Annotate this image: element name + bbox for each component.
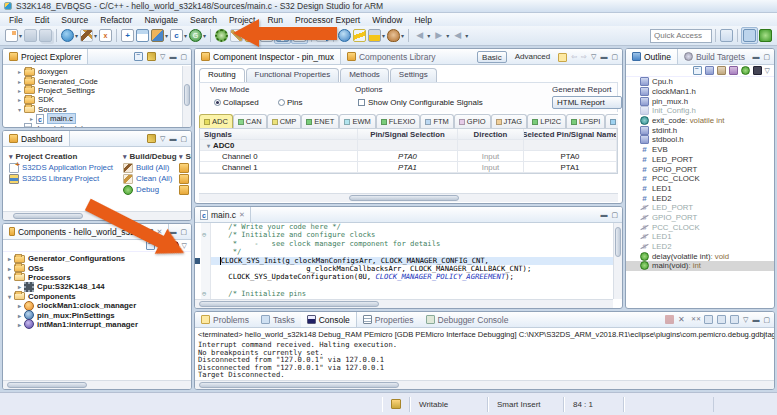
- expander-icon[interactable]: ▸: [5, 255, 14, 262]
- dashboard-link[interactable]: Debug: [123, 184, 183, 195]
- peripheral-tab[interactable]: ADC: [199, 114, 233, 128]
- open-dashboard-icon[interactable]: [147, 134, 156, 143]
- scroll-lock-icon[interactable]: [717, 315, 726, 324]
- expander-icon[interactable]: ▸: [15, 87, 24, 94]
- editor-vscrollbar[interactable]: [613, 223, 622, 299]
- tree-item[interactable]: ▸ doxygen: [3, 67, 191, 76]
- peripheral-tab[interactable]: JTAG: [491, 114, 528, 128]
- clear-console-icon[interactable]: [704, 315, 713, 324]
- peripheral-tab[interactable]: CMP: [267, 114, 302, 128]
- inspector-inner-tab[interactable]: Methods: [340, 68, 389, 82]
- outline-item[interactable]: PCC_CLOCK: [626, 222, 774, 232]
- view-menu-icon[interactable]: ▽: [591, 53, 596, 61]
- tree-item[interactable]: ▸ main.c: [3, 114, 191, 123]
- outline-item[interactable]: pin_mux.h: [626, 96, 774, 106]
- pins-radio[interactable]: Pins: [278, 98, 303, 107]
- collapsed-radio[interactable]: Collapsed: [214, 98, 259, 107]
- tree-item[interactable]: ▸ Project_Settings: [3, 86, 191, 95]
- minimize-icon[interactable]: ▬: [752, 53, 759, 61]
- open-perspective-button[interactable]: [719, 28, 734, 43]
- flash-programmer-button[interactable]: [352, 28, 367, 43]
- expander-icon[interactable]: ▸: [15, 312, 24, 319]
- menu-item[interactable]: File: [3, 14, 29, 26]
- tab-outline[interactable]: Outline: [626, 49, 678, 64]
- open-window-button[interactable]: [135, 28, 150, 43]
- save-button[interactable]: [23, 28, 38, 43]
- expander-icon[interactable]: ▸: [15, 283, 24, 290]
- view-tab[interactable]: Components Library: [341, 49, 442, 64]
- tree-item[interactable]: ▸ Generated_Code: [3, 76, 191, 85]
- dashboard-section-header[interactable]: Set: [179, 151, 192, 162]
- sort-icon[interactable]: [705, 66, 714, 75]
- minimize-icon[interactable]: ▬: [169, 135, 176, 143]
- outline-item[interactable]: LED2: [626, 193, 774, 203]
- tree-item[interactable]: ▸ SDK: [3, 95, 191, 104]
- dashboard-link[interactable]: Clean (All): [123, 173, 183, 184]
- save-all-button[interactable]: [38, 28, 53, 43]
- maximize-icon[interactable]: ▢: [763, 53, 770, 61]
- pin-console-icon[interactable]: [730, 315, 739, 324]
- update-software-button[interactable]: [337, 28, 352, 43]
- generate-processor-expert-code-button[interactable]: [214, 28, 229, 43]
- quick-access-input[interactable]: [650, 29, 712, 43]
- signal-row[interactable]: Channel 0 PTA0 Input PTA0: [200, 151, 617, 162]
- new-c-file-button[interactable]: ▾: [169, 28, 188, 43]
- col-direction[interactable]: Direction: [458, 129, 524, 139]
- outline-item[interactable]: LED_PORT: [626, 155, 774, 165]
- outline-item[interactable]: GPIO_PORT: [626, 213, 774, 223]
- maximize-icon[interactable]: ▢: [611, 53, 618, 61]
- expander-icon[interactable]: ▾: [5, 293, 14, 300]
- flash-from-file-button[interactable]: ▾: [367, 28, 386, 43]
- view-menu-icon[interactable]: ▽: [160, 135, 165, 143]
- peripheral-tab[interactable]: CAN: [233, 114, 267, 128]
- inspector-hscrollbar[interactable]: [199, 193, 618, 202]
- expander-icon[interactable]: ▸: [15, 96, 24, 103]
- peripheral-tab[interactable]: LPTMR: [605, 114, 618, 128]
- forward-icon[interactable]: ⇨: [581, 53, 587, 61]
- close-icon[interactable]: ✕: [239, 211, 245, 219]
- dashboard-link[interactable]: S32DS Application Project: [9, 162, 121, 173]
- peripheral-tab[interactable]: LPI2C: [527, 114, 566, 128]
- peripheral-tab[interactable]: ENET: [301, 114, 339, 128]
- outline-item[interactable]: Init_Config.h: [626, 106, 774, 116]
- pin-selection[interactable]: PTA1: [358, 162, 458, 172]
- direction[interactable]: Input: [458, 162, 524, 172]
- view-menu-icon[interactable]: ▽: [160, 53, 165, 61]
- col-pin-selection[interactable]: Pin/Signal Selection: [358, 129, 458, 139]
- signal-row[interactable]: Channel 1 PTA1 Input PTA1: [200, 162, 617, 173]
- inspector-inner-tab[interactable]: Settings: [390, 68, 437, 82]
- view-menu-icon[interactable]: ▽: [743, 316, 748, 324]
- peripheral-tab[interactable]: LPSPI: [566, 114, 605, 128]
- dashboard-link[interactable]: P: [179, 162, 192, 173]
- console-area-tab[interactable]: Problems: [195, 312, 255, 327]
- editor-hscrollbar[interactable]: [195, 299, 613, 308]
- minimize-icon[interactable]: ▬: [752, 316, 759, 324]
- inspector-inner-tab[interactable]: Routing: [199, 68, 245, 82]
- tree-item[interactable]: ▾ Sources: [3, 105, 191, 114]
- remove-all-launches-icon[interactable]: [691, 315, 700, 324]
- code-editor[interactable]: /* Write your code here */ /* Initialize…: [195, 223, 613, 299]
- outline-item[interactable]: Cpu.h: [626, 77, 774, 87]
- console-area-tab[interactable]: Console: [301, 312, 357, 327]
- menu-item[interactable]: Source: [55, 14, 94, 26]
- menu-item[interactable]: Help: [408, 14, 437, 26]
- tree-item[interactable]: ▸ OSs: [3, 263, 191, 272]
- peripheral-tab[interactable]: EWM: [339, 114, 375, 128]
- dashboard-link[interactable]: S32DS Library Project: [9, 173, 121, 184]
- minimize-icon[interactable]: ▬: [169, 53, 176, 61]
- expander-icon[interactable]: ▸: [15, 321, 24, 328]
- remove-launch-icon[interactable]: [678, 315, 687, 324]
- expander-icon[interactable]: ▾: [15, 106, 24, 113]
- outline-item[interactable]: exit_code : volatile int: [626, 116, 774, 126]
- fold-marker-icon[interactable]: [201, 290, 211, 298]
- outline-item[interactable]: stdint.h: [626, 125, 774, 135]
- dashboard-link[interactable]: D: [179, 184, 192, 195]
- col-signals[interactable]: Signals: [200, 129, 358, 139]
- console-hscrollbar[interactable]: [195, 380, 774, 389]
- tree-item[interactable]: ▾ Components: [3, 292, 191, 301]
- forward-button[interactable]: ▾: [431, 28, 450, 43]
- new-xml-file-button[interactable]: [98, 28, 113, 43]
- terminate-icon[interactable]: [665, 315, 674, 324]
- view-menu-icon[interactable]: ▽: [765, 67, 770, 75]
- show-configurable-checkbox[interactable]: Show Only Configurable Signals: [358, 98, 483, 107]
